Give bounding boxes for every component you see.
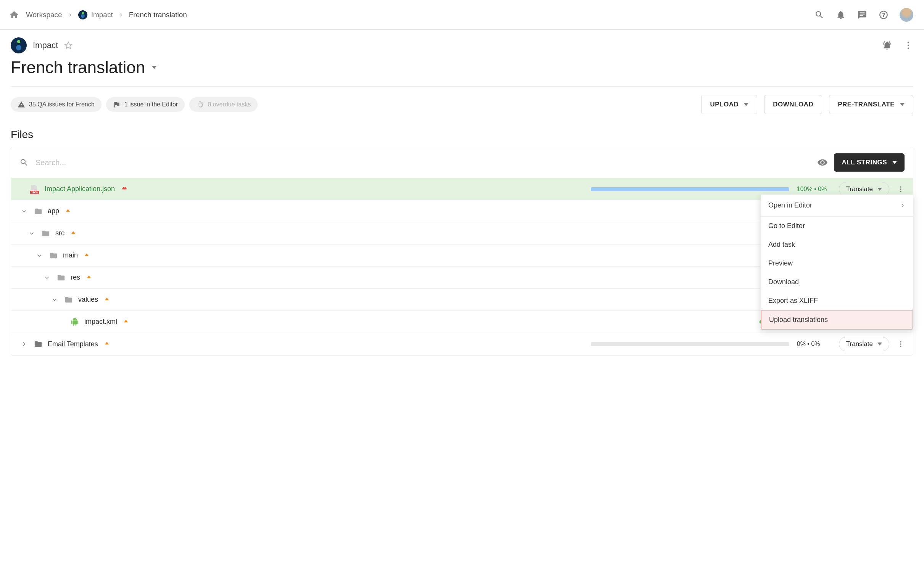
menu-download[interactable]: Download [761, 273, 913, 291]
caret-down-icon [900, 103, 905, 106]
priority-up-icon [103, 296, 110, 303]
search-icon[interactable] [814, 10, 825, 20]
folder-name: Email Templates [48, 340, 98, 348]
android-icon [71, 318, 79, 326]
svg-point-7 [900, 343, 901, 344]
priority-up-icon [103, 341, 110, 347]
topbar-actions [814, 8, 913, 22]
project-logo-icon [78, 10, 87, 19]
bell-icon[interactable] [835, 10, 846, 20]
file-name: impact.xml [84, 318, 117, 326]
menu-open-in-editor-label: Open in Editor [768, 201, 812, 209]
folder-icon [34, 340, 42, 348]
translate-button[interactable]: Translate [839, 337, 889, 351]
search-icon [19, 158, 29, 167]
caret-down-icon [892, 161, 897, 164]
more-vert-icon[interactable] [897, 340, 905, 348]
progress-bar [591, 187, 789, 191]
search-input[interactable] [35, 158, 811, 167]
more-vert-icon[interactable] [897, 185, 905, 193]
caret-down-icon [744, 103, 748, 106]
chevron-down-icon[interactable] [42, 274, 52, 281]
progress-text: 0% • 0% [797, 341, 831, 347]
priority-up-icon [123, 318, 129, 325]
svg-point-5 [900, 191, 901, 192]
caret-down-icon[interactable] [152, 66, 156, 69]
chip-editor-label: 1 issue in the Editor [124, 101, 178, 108]
chevron-right-icon: › [120, 11, 122, 19]
home-icon[interactable] [9, 10, 19, 20]
page-title: French translation [11, 58, 145, 77]
translate-label: Translate [846, 185, 873, 193]
menu-go-to-editor[interactable]: Go to Editor [761, 217, 913, 235]
files-section-title: Files [11, 129, 913, 141]
folder-icon [49, 251, 58, 260]
upload-button[interactable]: UPLOAD [701, 95, 757, 114]
folder-name: app [48, 207, 59, 215]
folder-name: main [63, 251, 78, 259]
pretranslate-button-label: PRE-TRANSLATE [838, 101, 895, 108]
svg-point-0 [908, 42, 909, 43]
folder-row-email-templates[interactable]: Email Templates 0% • 0% Translate [11, 333, 913, 355]
breadcrumb-workspace[interactable]: Workspace [26, 11, 62, 19]
bell-alert-icon[interactable] [882, 40, 892, 50]
more-vert-icon[interactable] [903, 40, 913, 50]
folder-icon [57, 273, 65, 282]
topbar: Workspace › Impact › French translation [0, 0, 924, 30]
progress-text: 100% • 0% [797, 186, 831, 193]
chip-qa-label: 35 QA issues for French [29, 101, 95, 108]
caret-down-icon [877, 188, 882, 191]
project-header-row: Impact [11, 37, 913, 53]
json-file-icon: JSON [31, 185, 39, 193]
chevron-right-icon[interactable] [19, 341, 29, 347]
project-name[interactable]: Impact [33, 40, 58, 50]
chevron-down-icon[interactable] [19, 208, 29, 215]
translate-button[interactable]: Translate [839, 182, 889, 196]
folder-icon [65, 296, 73, 304]
project-logo-icon [11, 37, 27, 53]
chip-overdue-label: 0 overdue tasks [208, 101, 251, 108]
files-search-row: ALL STRINGS [11, 147, 913, 178]
priority-up-icon [85, 274, 92, 281]
chip-editor-issues[interactable]: 1 issue in the Editor [106, 97, 185, 112]
svg-point-2 [908, 47, 909, 49]
translate-label: Translate [846, 340, 873, 348]
chat-icon[interactable] [857, 10, 868, 20]
avatar[interactable] [900, 8, 913, 22]
file-name: Impact Application.json [45, 185, 115, 193]
chip-qa-issues[interactable]: 35 QA issues for French [11, 97, 102, 112]
chevron-right-icon [900, 203, 906, 209]
svg-point-1 [908, 45, 909, 46]
menu-preview[interactable]: Preview [761, 254, 913, 273]
all-strings-label: ALL STRINGS [842, 159, 887, 166]
priority-up-icon [70, 230, 77, 237]
page-title-row: French translation [11, 58, 913, 87]
help-icon[interactable] [878, 10, 889, 20]
visibility-icon[interactable] [817, 157, 828, 168]
menu-export-xliff[interactable]: Export as XLIFF [761, 291, 913, 310]
breadcrumb-project[interactable]: Impact [78, 10, 113, 19]
chevron-down-icon[interactable] [27, 230, 36, 237]
menu-add-task[interactable]: Add task [761, 235, 913, 254]
all-strings-button[interactable]: ALL STRINGS [834, 153, 905, 172]
download-button-label: DOWNLOAD [773, 101, 813, 108]
pretranslate-button[interactable]: PRE-TRANSLATE [829, 95, 913, 114]
folder-name: values [78, 296, 98, 304]
folder-icon [34, 207, 42, 216]
chevron-right-icon: › [69, 11, 71, 19]
page-body: Impact French translation 35 QA issues f… [0, 30, 924, 355]
svg-point-8 [900, 346, 901, 347]
priority-up-icon [65, 208, 71, 215]
progress-bar [591, 342, 789, 346]
download-button[interactable]: DOWNLOAD [764, 95, 822, 114]
chevron-down-icon[interactable] [35, 252, 44, 259]
action-row: 35 QA issues for French 1 issue in the E… [11, 87, 913, 114]
svg-point-6 [900, 341, 901, 343]
folder-name: src [55, 229, 65, 237]
chip-overdue[interactable]: 0 overdue tasks [189, 97, 258, 112]
star-icon[interactable] [64, 41, 73, 50]
menu-open-in-editor[interactable]: Open in Editor [761, 195, 913, 217]
folder-name: res [71, 273, 80, 281]
chevron-down-icon[interactable] [50, 296, 59, 303]
menu-upload-translations[interactable]: Upload translations [761, 310, 913, 330]
